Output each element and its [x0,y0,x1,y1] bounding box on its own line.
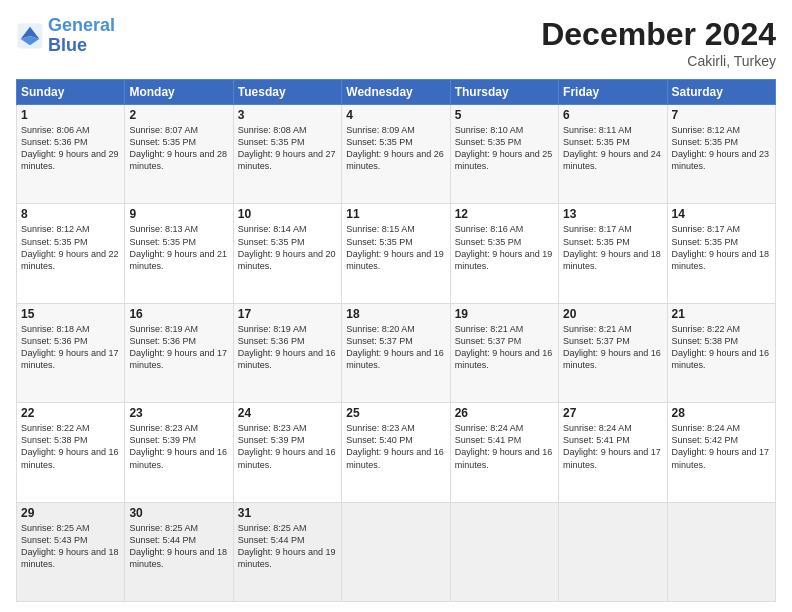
day-header-monday: Monday [125,80,233,105]
cell-content: Sunrise: 8:22 AMSunset: 5:38 PMDaylight:… [21,422,120,471]
cell-content: Sunrise: 8:09 AMSunset: 5:35 PMDaylight:… [346,124,445,173]
day-number: 26 [455,406,554,420]
main-title: December 2024 [541,16,776,53]
subtitle: Cakirli, Turkey [541,53,776,69]
calendar-cell: 29Sunrise: 8:25 AMSunset: 5:43 PMDayligh… [17,502,125,601]
day-number: 7 [672,108,771,122]
day-number: 12 [455,207,554,221]
day-header-friday: Friday [559,80,667,105]
calendar-cell: 19Sunrise: 8:21 AMSunset: 5:37 PMDayligh… [450,303,558,402]
day-number: 6 [563,108,662,122]
day-header-tuesday: Tuesday [233,80,341,105]
day-number: 22 [21,406,120,420]
day-number: 28 [672,406,771,420]
calendar-cell: 13Sunrise: 8:17 AMSunset: 5:35 PMDayligh… [559,204,667,303]
day-number: 10 [238,207,337,221]
day-number: 19 [455,307,554,321]
day-number: 15 [21,307,120,321]
calendar-cell [559,502,667,601]
cell-content: Sunrise: 8:25 AMSunset: 5:43 PMDaylight:… [21,522,120,571]
day-number: 3 [238,108,337,122]
calendar-week-1: 1Sunrise: 8:06 AMSunset: 5:36 PMDaylight… [17,105,776,204]
calendar-cell: 17Sunrise: 8:19 AMSunset: 5:36 PMDayligh… [233,303,341,402]
calendar-cell: 9Sunrise: 8:13 AMSunset: 5:35 PMDaylight… [125,204,233,303]
cell-content: Sunrise: 8:13 AMSunset: 5:35 PMDaylight:… [129,223,228,272]
cell-content: Sunrise: 8:21 AMSunset: 5:37 PMDaylight:… [455,323,554,372]
calendar-body: 1Sunrise: 8:06 AMSunset: 5:36 PMDaylight… [17,105,776,602]
calendar-cell: 30Sunrise: 8:25 AMSunset: 5:44 PMDayligh… [125,502,233,601]
cell-content: Sunrise: 8:19 AMSunset: 5:36 PMDaylight:… [238,323,337,372]
day-number: 9 [129,207,228,221]
day-number: 13 [563,207,662,221]
day-header-thursday: Thursday [450,80,558,105]
cell-content: Sunrise: 8:23 AMSunset: 5:39 PMDaylight:… [238,422,337,471]
cell-content: Sunrise: 8:12 AMSunset: 5:35 PMDaylight:… [21,223,120,272]
cell-content: Sunrise: 8:10 AMSunset: 5:35 PMDaylight:… [455,124,554,173]
day-number: 20 [563,307,662,321]
cell-content: Sunrise: 8:22 AMSunset: 5:38 PMDaylight:… [672,323,771,372]
day-number: 8 [21,207,120,221]
cell-content: Sunrise: 8:12 AMSunset: 5:35 PMDaylight:… [672,124,771,173]
day-number: 16 [129,307,228,321]
cell-content: Sunrise: 8:07 AMSunset: 5:35 PMDaylight:… [129,124,228,173]
day-number: 5 [455,108,554,122]
calendar-cell: 12Sunrise: 8:16 AMSunset: 5:35 PMDayligh… [450,204,558,303]
cell-content: Sunrise: 8:24 AMSunset: 5:41 PMDaylight:… [455,422,554,471]
calendar-header-row: SundayMondayTuesdayWednesdayThursdayFrid… [17,80,776,105]
cell-content: Sunrise: 8:17 AMSunset: 5:35 PMDaylight:… [563,223,662,272]
calendar-cell: 8Sunrise: 8:12 AMSunset: 5:35 PMDaylight… [17,204,125,303]
logo: GeneralBlue [16,16,115,56]
cell-content: Sunrise: 8:16 AMSunset: 5:35 PMDaylight:… [455,223,554,272]
cell-content: Sunrise: 8:17 AMSunset: 5:35 PMDaylight:… [672,223,771,272]
calendar-cell: 1Sunrise: 8:06 AMSunset: 5:36 PMDaylight… [17,105,125,204]
calendar-cell: 26Sunrise: 8:24 AMSunset: 5:41 PMDayligh… [450,403,558,502]
page: GeneralBlue December 2024 Cakirli, Turke… [0,0,792,612]
day-header-wednesday: Wednesday [342,80,450,105]
cell-content: Sunrise: 8:24 AMSunset: 5:41 PMDaylight:… [563,422,662,471]
calendar-week-3: 15Sunrise: 8:18 AMSunset: 5:36 PMDayligh… [17,303,776,402]
day-number: 29 [21,506,120,520]
day-number: 21 [672,307,771,321]
calendar-cell: 7Sunrise: 8:12 AMSunset: 5:35 PMDaylight… [667,105,775,204]
logo-icon [16,22,44,50]
day-header-sunday: Sunday [17,80,125,105]
calendar-cell: 15Sunrise: 8:18 AMSunset: 5:36 PMDayligh… [17,303,125,402]
cell-content: Sunrise: 8:15 AMSunset: 5:35 PMDaylight:… [346,223,445,272]
cell-content: Sunrise: 8:23 AMSunset: 5:39 PMDaylight:… [129,422,228,471]
calendar-cell: 14Sunrise: 8:17 AMSunset: 5:35 PMDayligh… [667,204,775,303]
day-number: 18 [346,307,445,321]
calendar-cell: 18Sunrise: 8:20 AMSunset: 5:37 PMDayligh… [342,303,450,402]
calendar-week-2: 8Sunrise: 8:12 AMSunset: 5:35 PMDaylight… [17,204,776,303]
cell-content: Sunrise: 8:11 AMSunset: 5:35 PMDaylight:… [563,124,662,173]
day-number: 27 [563,406,662,420]
day-number: 4 [346,108,445,122]
calendar-cell: 10Sunrise: 8:14 AMSunset: 5:35 PMDayligh… [233,204,341,303]
calendar-cell [342,502,450,601]
day-number: 17 [238,307,337,321]
calendar-cell: 5Sunrise: 8:10 AMSunset: 5:35 PMDaylight… [450,105,558,204]
calendar-cell: 4Sunrise: 8:09 AMSunset: 5:35 PMDaylight… [342,105,450,204]
logo-text: GeneralBlue [48,16,115,56]
calendar-week-5: 29Sunrise: 8:25 AMSunset: 5:43 PMDayligh… [17,502,776,601]
cell-content: Sunrise: 8:23 AMSunset: 5:40 PMDaylight:… [346,422,445,471]
day-number: 30 [129,506,228,520]
calendar-cell: 16Sunrise: 8:19 AMSunset: 5:36 PMDayligh… [125,303,233,402]
calendar-cell: 31Sunrise: 8:25 AMSunset: 5:44 PMDayligh… [233,502,341,601]
calendar-cell: 22Sunrise: 8:22 AMSunset: 5:38 PMDayligh… [17,403,125,502]
cell-content: Sunrise: 8:25 AMSunset: 5:44 PMDaylight:… [129,522,228,571]
calendar-cell: 6Sunrise: 8:11 AMSunset: 5:35 PMDaylight… [559,105,667,204]
cell-content: Sunrise: 8:20 AMSunset: 5:37 PMDaylight:… [346,323,445,372]
day-number: 11 [346,207,445,221]
title-block: December 2024 Cakirli, Turkey [541,16,776,69]
calendar-cell: 23Sunrise: 8:23 AMSunset: 5:39 PMDayligh… [125,403,233,502]
day-number: 2 [129,108,228,122]
cell-content: Sunrise: 8:08 AMSunset: 5:35 PMDaylight:… [238,124,337,173]
calendar-cell: 2Sunrise: 8:07 AMSunset: 5:35 PMDaylight… [125,105,233,204]
calendar-cell: 28Sunrise: 8:24 AMSunset: 5:42 PMDayligh… [667,403,775,502]
calendar-cell: 21Sunrise: 8:22 AMSunset: 5:38 PMDayligh… [667,303,775,402]
calendar-cell: 25Sunrise: 8:23 AMSunset: 5:40 PMDayligh… [342,403,450,502]
calendar-cell: 3Sunrise: 8:08 AMSunset: 5:35 PMDaylight… [233,105,341,204]
day-number: 1 [21,108,120,122]
cell-content: Sunrise: 8:21 AMSunset: 5:37 PMDaylight:… [563,323,662,372]
calendar-table: SundayMondayTuesdayWednesdayThursdayFrid… [16,79,776,602]
